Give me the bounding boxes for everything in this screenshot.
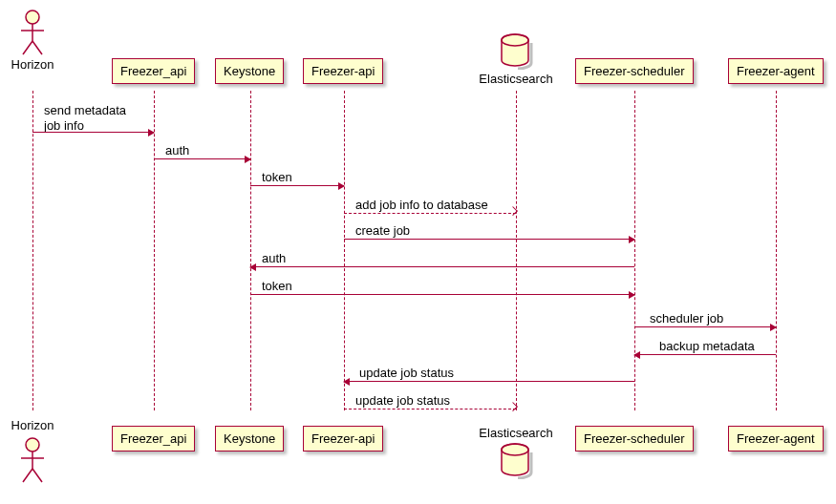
participant-keystone-bottom: Keystone [215,426,284,452]
participant-freezer-scheduler-top: Freezer-scheduler [575,58,694,84]
msg-arrow-4 [344,213,516,214]
msg-label-7: token [262,279,292,294]
svg-point-0 [26,10,39,24]
lifeline-freezer-scheduler [634,91,635,410]
msg-arrow-6 [250,266,634,267]
msg-arrow-8 [634,326,776,327]
msg-arrow-9 [634,354,776,355]
participant-keystone-top: Keystone [215,58,284,84]
svg-line-10 [23,469,32,482]
lifeline-elasticsearch [516,91,517,410]
participant-freezer-api2-bottom: Freezer-api [303,426,383,452]
participant-freezer-agent-top: Freezer-agent [728,58,824,84]
participant-elasticsearch-bottom: Elasticsearch [475,426,557,440]
lifeline-keystone [250,91,251,410]
msg-label-6: auth [262,251,286,266]
svg-point-7 [26,438,39,452]
participant-freezer-agent-bottom: Freezer-agent [728,426,824,452]
msg-label-2: auth [165,143,189,158]
msg-label-9: backup metadata [659,339,755,354]
lifeline-horizon [32,91,33,410]
msg-label-1: send metadatajob info [44,103,126,133]
msg-label-4: add job info to database [355,198,488,213]
msg-arrow-10 [344,381,634,382]
participant-horizon-top: Horizon [10,57,55,72]
msg-arrow-7 [250,294,634,295]
msg-label-3: token [262,170,292,185]
svg-line-4 [32,41,42,54]
svg-line-11 [32,469,42,482]
database-elasticsearch-bottom-icon [499,443,533,482]
actor-horizon-top-icon [19,10,46,55]
lifeline-freezer-agent [776,91,777,410]
msg-arrow-11 [344,409,516,410]
participant-freezer-api1-top: Freezer_api [112,58,195,84]
participant-elasticsearch-top: Elasticsearch [475,72,557,86]
participant-freezer-scheduler-bottom: Freezer-scheduler [575,426,694,452]
database-elasticsearch-top-icon [499,33,533,73]
actor-horizon-bottom-icon [19,437,46,483]
msg-label-8: scheduler job [650,311,723,326]
lifeline-freezer-api2 [344,91,345,410]
msg-label-5: create job [355,223,410,239]
msg-label-11: update job status [355,393,450,409]
participant-freezer-api1-bottom: Freezer_api [112,426,195,452]
sequence-diagram: Horizon Freezer_api Keystone Freezer-api… [10,10,826,494]
msg-arrow-5 [344,239,634,240]
msg-arrow-3 [250,185,344,186]
lifeline-freezer-api1 [154,91,155,410]
participant-horizon-bottom: Horizon [10,418,55,432]
msg-arrow-2 [154,158,250,159]
participant-freezer-api2-top: Freezer-api [303,58,383,84]
msg-arrow-1 [32,132,154,133]
msg-label-10: update job status [359,366,454,381]
svg-line-3 [23,41,32,54]
